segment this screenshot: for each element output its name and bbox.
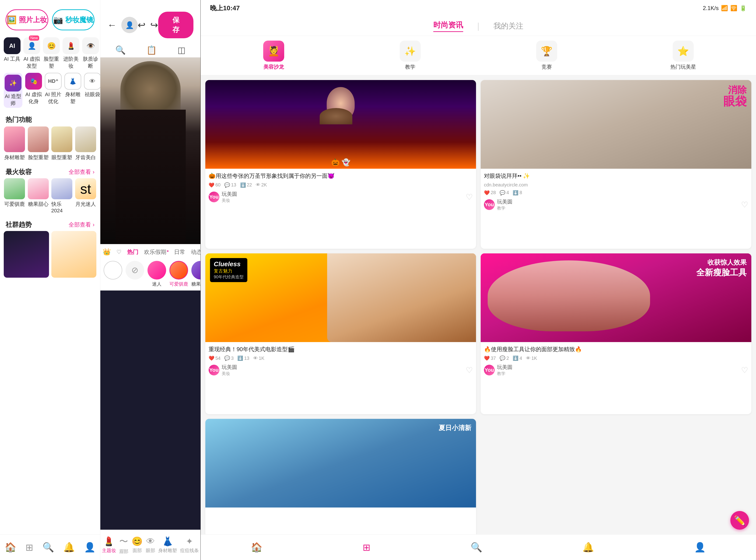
holiday-tab[interactable]: 欢乐假期 [144,248,168,256]
cat-salon[interactable]: 💆 美容沙龙 [205,41,342,71]
body-sculpt-item[interactable]: 👗 身材雕塑 [64,73,81,108]
dynamic-tab[interactable]: 动态边框 [191,248,200,256]
eyebag-site: cdn.beautycircle.com [484,182,748,187]
nav-eyebrow[interactable]: 〜 眉部 [119,536,128,555]
ai-photo-item[interactable]: HD⁺ AI 照片优化 [45,73,62,108]
rnav-profile[interactable]: 👤 [694,542,706,553]
makeup-deer-item[interactable]: 可爱驯鹿 [4,178,25,214]
favorite-button-2[interactable]: ♡ [741,200,748,209]
movie90s-comments: 💬 3 [224,355,234,361]
content-grid: 🎃 👻 🎃用这些夸张的万圣节形象找到属于你的另一面😈 ❤️ 60 💬 13 ⬇️… [201,75,756,547]
hot-features-title: 热门功能 [0,112,100,126]
quick-mirror-button[interactable]: 📷 秒妆魔镜 [52,9,95,30]
slimface-card-img: 收获惊人效果 全新瘦脸工具 [481,254,751,342]
save-button[interactable]: 保存 [158,12,194,38]
cat-hot-star[interactable]: ⭐ 热门玩美星 [615,41,751,71]
filter-faces-row: ⊘ 迷人 可爱驯鹿 糖果甜心 精致 魅人 [100,258,200,291]
makeup-view-all[interactable]: 全部查看 › [68,168,95,176]
cat-tutorial[interactable]: ✨ 教学 [342,41,478,71]
eyebag-card[interactable]: 消除 眼袋 对眼袋说拜拜•• ✨ cdn.beautycircle.com ❤️… [481,80,751,249]
filter-candy-item[interactable]: 糖果甜心 [191,261,200,287]
hot-body-item[interactable]: 身材雕塑 [4,126,25,161]
advanced-makeup-item[interactable]: 💄 进阶美妆 [62,37,79,69]
nav-grid[interactable]: ⊞ [25,542,33,553]
summer-card[interactable]: 夏日小清新 [205,419,476,542]
rnav-home[interactable]: 🏠 [251,542,262,553]
trend-item-2[interactable] [51,231,97,278]
makeup-2024-label: 快乐2024 [51,201,73,214]
hot-tab[interactable]: 热门 [127,248,138,256]
hot-teeth-item[interactable]: 牙齿美白 [75,126,96,161]
summer-label: 夏日小清新 [439,424,471,432]
lines-icon: ✦ [186,536,193,546]
eye-bag-item[interactable]: 👁 祛眼袋 [84,73,100,108]
crown-icon[interactable]: 👑 [103,248,111,256]
nav-home[interactable]: 🏠 [5,542,16,553]
profile-avatar[interactable]: 👤 [121,17,138,33]
filter-candy-label: 糖果甜心 [191,281,200,287]
author-details-1: 玩美圆 美妆 [222,191,237,203]
slimface-author: You 玩美圆 教学 ♡ [484,364,748,376]
social-view-all[interactable]: 全部查看 › [68,221,95,228]
layout-tool[interactable]: ◫ [178,45,185,55]
fab-button[interactable]: ✏️ [730,511,749,530]
hot-face-item[interactable]: 脸型重塑 [27,126,49,161]
rnav-search[interactable]: 🔍 [471,542,482,553]
filter-cancel-item[interactable]: ⊘ [125,261,144,287]
movie90s-card-img: Clueless 复古魅力 90年代经典造型 🛍️ 💄 [205,254,476,342]
filter-none-item[interactable] [104,261,122,287]
contest-label: 竞赛 [541,63,552,71]
eye-part-nav-label: 眼部 [146,547,155,554]
nav-eye-part[interactable]: 👁 眼部 [146,536,155,554]
slimface-card[interactable]: 收获惊人效果 全新瘦脸工具 🔥使用瘦脸工具让你的面部更加精致🔥 ❤️ 37 💬 … [481,254,751,414]
nav-face-part[interactable]: 😊 面部 [132,536,143,554]
ai-stylist-item[interactable]: ✨ AI 造型师 [4,73,22,108]
halloween-card[interactable]: 🎃 👻 🎃用这些夸张的万圣节形象找到属于你的另一面😈 ❤️ 60 💬 13 ⬇️… [205,80,476,249]
ai-tools-item[interactable]: AI AI 工具 [4,37,21,69]
author-details-3: 玩美圆 美妆 [222,364,237,376]
hot-features-grid: 身材雕塑 脸型重塑 眼型重塑 牙齿美白 [0,126,100,165]
zoom-tool[interactable]: 🔍 [115,45,126,55]
rnav-bell[interactable]: 🔔 [582,542,594,553]
favorite-button-1[interactable]: ♡ [466,192,473,202]
movie90s-views: 👁 1K [253,356,264,361]
cat-contest[interactable]: 🏆 竞赛 [478,41,615,71]
makeup-2024-item[interactable]: 快乐2024 [51,178,73,214]
daily-tab[interactable]: 日常 [174,248,185,256]
favorite-button-3[interactable]: ♡ [466,365,473,375]
heart-tab[interactable]: ♡ [116,249,122,255]
redo-button[interactable]: ↪ [150,20,158,30]
filter-miren-item[interactable]: 迷人 [147,261,166,287]
makeup-moon-item[interactable]: st 月光迷人 [75,178,96,214]
nav-body-part[interactable]: 👗 身材雕塑 [158,536,177,554]
rnav-bell-icon: 🔔 [582,542,594,553]
nav-search[interactable]: 🔍 [42,542,54,553]
ai-avatar-icon: 🎭 [25,73,42,89]
copy-tool[interactable]: 📋 [146,45,157,55]
makeup-candy-item[interactable]: 糖果甜心 [27,178,49,214]
slimface-title: 🔥使用瘦脸工具让你的面部更加精致🔥 [484,345,748,353]
face-reshape-item[interactable]: 😊 脸型重塑 [43,37,60,69]
advanced-makeup-label: 进阶美妆 [62,56,79,69]
undo-button[interactable]: ↩ [138,20,145,30]
salon-icon: 💆 [263,41,284,62]
photo-makeup-button[interactable]: 🖼️ 照片上妆 [6,9,48,30]
ai-avatar-item[interactable]: 🎭 AI 虚拟化身 [25,73,42,108]
filter-cute-item[interactable]: 可爱驯鹿 [170,261,188,287]
ai-hair-item[interactable]: 👤 New AI 虚拟发型 [23,37,40,69]
nav-profile[interactable]: 👤 [84,542,96,553]
face-reshape-icon: 😊 [43,37,60,54]
rnav-grid[interactable]: ⊞ [363,542,371,553]
nav-lines[interactable]: ✦ 痘痘线条 [180,536,199,554]
back-button[interactable]: ← [107,20,117,30]
editor-bottom-nav: 💄 主题妆 〜 眉部 😊 面部 👁 眼部 👗 身材雕塑 ✦ 痘痘线条 [100,530,200,560]
nav-makeup[interactable]: 💄 主题妆 [102,536,116,554]
tab-fashion-news[interactable]: 时尚资讯 [433,20,463,32]
hot-eye-item[interactable]: 眼型重塑 [51,126,73,161]
favorite-button-4[interactable]: ♡ [741,365,748,375]
trend-item-1[interactable] [4,231,49,278]
tab-my-follow[interactable]: 我的关注 [494,21,523,31]
skin-diag-item[interactable]: 👁️ 肤质诊断 [82,37,99,69]
movie90s-card[interactable]: Clueless 复古魅力 90年代经典造型 🛍️ 💄 重现经典！90年代美式电… [205,254,476,414]
nav-bell[interactable]: 🔔 [63,542,75,553]
